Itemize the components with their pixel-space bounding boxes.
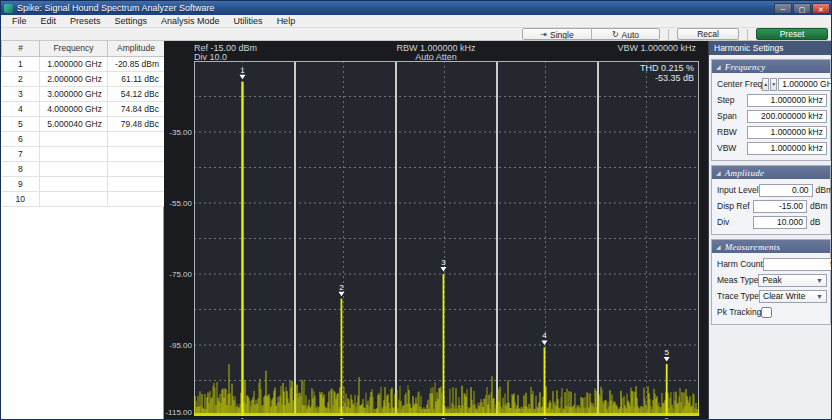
menu-item-presets[interactable]: Presets [63, 15, 108, 28]
svg-text:4: 4 [542, 331, 547, 340]
menu-item-settings[interactable]: Settings [108, 15, 155, 28]
table-row[interactable]: 9 [2, 176, 165, 191]
table-row[interactable]: 10 [2, 191, 165, 206]
harm-count-input[interactable] [763, 258, 832, 271]
trace-type-value: Clear Write [763, 291, 816, 301]
div-field-label: Div [715, 217, 753, 227]
vbw-input[interactable] [747, 142, 827, 155]
window-title: Spike: Signal Hound Spectrum Analyzer So… [17, 1, 770, 15]
single-sweep-button[interactable]: ⇥ Single [523, 29, 591, 40]
field-trace-type: Trace Type Clear Write ▼ [715, 288, 827, 304]
cell-number: 6 [2, 131, 40, 146]
y-axis-label: -75.00 [152, 270, 192, 279]
field-rbw: RBW [715, 124, 827, 140]
harm-count-label: Harm Count [715, 259, 763, 269]
section-header-frequency[interactable]: ◢ Frequency [712, 60, 830, 73]
trace-type-select[interactable]: Clear Write ▼ [759, 290, 827, 303]
settings-panel-title: Harmonic Settings [709, 41, 832, 55]
x-axis-labels: 12345 [194, 416, 699, 420]
collapse-icon: ◢ [716, 244, 721, 250]
center-freq-input[interactable] [778, 78, 832, 91]
section-header-measurements[interactable]: ◢ Measurements [712, 240, 830, 253]
div-input[interactable] [753, 216, 807, 229]
harmonics-table-body: 11.000000 GHz-20.85 dBm22.000000 GHz61.1… [2, 56, 165, 206]
center-freq-step-down-button[interactable]: ▼ [770, 78, 777, 91]
disp-ref-input[interactable] [753, 200, 807, 213]
x-axis-label: 2 [339, 416, 343, 420]
step-input[interactable] [747, 94, 827, 107]
chevron-down-icon: ▼ [816, 277, 823, 284]
menu-item-analysis-mode[interactable]: Analysis Mode [154, 15, 227, 28]
input-level-input[interactable] [759, 184, 813, 197]
recal-button[interactable]: Recal [677, 28, 739, 40]
x-axis-label: 4 [542, 416, 546, 420]
cell-frequency: 5.000040 GHz [40, 116, 108, 131]
trace-type-label: Trace Type [715, 291, 759, 301]
maximize-button[interactable]: ▢ [793, 3, 811, 14]
meas-type-label: Meas Type [715, 275, 758, 285]
table-row[interactable]: 33.000000 GHz54.12 dBc [2, 86, 165, 101]
meas-type-value: Peak [762, 275, 816, 285]
section-label-amplitude: Amplitude [725, 168, 765, 178]
col-header-frequency: Frequency [40, 41, 108, 56]
cell-amplitude: 54.12 dBc [108, 86, 165, 101]
vbw-label: VBW 1.000000 kHz [617, 43, 696, 53]
auto-sweep-button[interactable]: ↻ Auto [591, 29, 659, 40]
cell-frequency [40, 146, 108, 161]
toolbar-separator [747, 29, 748, 40]
section-label-frequency: Frequency [725, 62, 766, 72]
y-axis-label: -55.00 [152, 199, 192, 208]
cell-amplitude: -20.85 dBm [108, 56, 165, 71]
title-bar[interactable]: Spike: Signal Hound Spectrum Analyzer So… [1, 1, 832, 15]
pk-tracking-checkbox[interactable] [761, 307, 772, 318]
meas-type-select[interactable]: Peak ▼ [758, 274, 827, 287]
x-axis-label: 5 [664, 416, 668, 420]
input-level-label: Input Level [715, 185, 759, 195]
plot-area[interactable]: 12345 [194, 61, 699, 416]
menu-item-file[interactable]: File [5, 15, 34, 28]
cell-frequency [40, 176, 108, 191]
cell-frequency: 1.000000 GHz [40, 56, 108, 71]
y-axis-label: -35.00 [152, 128, 192, 137]
field-harm-count: Harm Count [715, 256, 827, 272]
cell-amplitude: 74.84 dBc [108, 101, 165, 116]
col-header-amplitude: Amplitude [108, 41, 165, 56]
table-row[interactable]: 22.000000 GHz61.11 dBc [2, 71, 165, 86]
auto-sweep-label: Auto [622, 30, 640, 40]
section-header-amplitude[interactable]: ◢ Amplitude [712, 166, 830, 179]
menu-item-edit[interactable]: Edit [34, 15, 64, 28]
menu-item-help[interactable]: Help [270, 15, 303, 28]
menu-item-utilities[interactable]: Utilities [227, 15, 270, 28]
table-row[interactable]: 7 [2, 146, 165, 161]
table-row[interactable]: 11.000000 GHz-20.85 dBm [2, 56, 165, 71]
collapse-icon: ◢ [716, 64, 721, 70]
div-unit: dB [807, 217, 827, 227]
cell-amplitude [108, 161, 165, 176]
center-freq-step-up-button[interactable]: ▲ [762, 78, 769, 91]
span-label: Span [715, 111, 747, 121]
single-sweep-icon: ⇥ [540, 30, 547, 40]
collapse-icon: ◢ [716, 170, 721, 176]
cell-number: 3 [2, 86, 40, 101]
close-button[interactable]: ✕ [812, 3, 830, 14]
table-row[interactable]: 44.000000 GHz74.84 dBc [2, 101, 165, 116]
cell-amplitude: 61.11 dBc [108, 71, 165, 86]
section-label-measurements: Measurements [725, 242, 781, 252]
cell-frequency [40, 131, 108, 146]
toolbar-separator [668, 29, 669, 40]
table-row[interactable]: 55.000040 GHz79.48 dBc [2, 116, 165, 131]
x-axis-label: 3 [441, 416, 445, 420]
vbw-field-label: VBW [715, 143, 747, 153]
rbw-input[interactable] [747, 126, 827, 139]
minimize-button[interactable]: ─ [774, 3, 792, 14]
cell-number: 10 [2, 191, 40, 206]
cell-frequency: 3.000000 GHz [40, 86, 108, 101]
field-pk-tracking: Pk Tracking [715, 304, 827, 320]
span-input[interactable] [747, 110, 827, 123]
table-row[interactable]: 6 [2, 131, 165, 146]
field-disp-ref: Disp Ref dBm [715, 198, 827, 214]
cell-number: 7 [2, 146, 40, 161]
section-body-measurements: Harm Count Meas Type Peak ▼ Trace Type [712, 253, 830, 324]
table-row[interactable]: 8 [2, 161, 165, 176]
preset-button[interactable]: Preset [756, 28, 828, 40]
